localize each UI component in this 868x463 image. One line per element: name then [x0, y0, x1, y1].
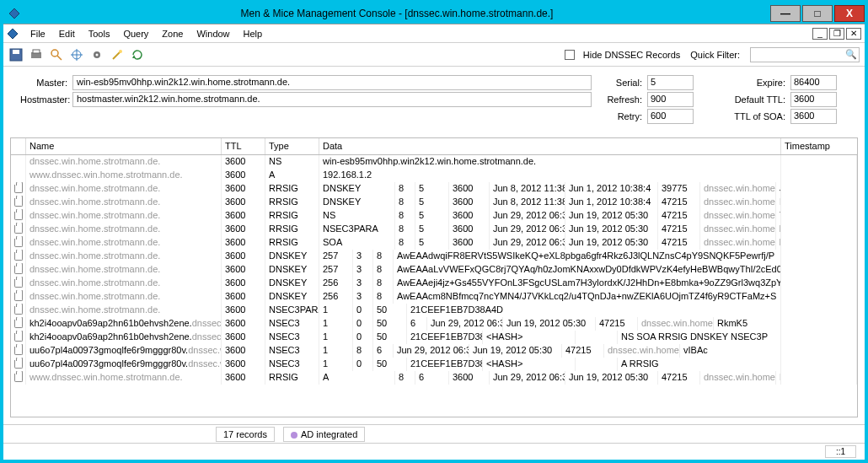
table-row[interactable]: www.dnssec.win.home.strotmann.de.3600A19… — [11, 169, 857, 182]
table-row[interactable]: dnssec.win.home.strotmann.de.3600DNSKEY2… — [11, 277, 857, 290]
expire-field[interactable]: 86400 — [790, 75, 837, 90]
status-dot-icon — [291, 432, 297, 439]
master-field[interactable]: win-esb95mv0hhp.win2k12.win.home.strotma… — [72, 75, 592, 90]
lock-cell — [11, 196, 26, 209]
col-timestamp-header[interactable]: Timestamp — [781, 138, 857, 154]
menu-window[interactable]: Window — [190, 27, 236, 40]
data-cell: 25738AwEAAaLvVWEFxQGC8rj7QYAq/h0zJomKNAx… — [319, 263, 781, 277]
lock-icon — [14, 293, 23, 301]
hide-dnssec-checkbox[interactable] — [565, 50, 575, 60]
gear-icon[interactable] — [89, 47, 104, 62]
ttl-soa-label: TTL of SOA: — [730, 111, 790, 121]
inner-status-bar: 17 records AD integrated — [3, 424, 865, 443]
table-row[interactable]: dnssec.win.home.strotmann.de.3600NSwin-e… — [11, 155, 857, 169]
menu-file[interactable]: File — [24, 27, 52, 40]
table-row[interactable]: kh2i4ooapv0a69ap2hn61b0ehvsh2ene.dnssec.… — [11, 317, 857, 331]
ttl-cell: 3600 — [222, 196, 265, 209]
table-row[interactable]: dnssec.win.home.strotmann.de.3600RRSIGSO… — [11, 236, 857, 250]
menu-zone[interactable]: Zone — [155, 27, 190, 40]
mdi-restore-button[interactable]: ❐ — [829, 28, 844, 40]
search-icon[interactable] — [49, 47, 64, 62]
ttl-cell: 3600 — [222, 263, 265, 277]
lock-cell — [11, 223, 26, 236]
mdi-minimize-button[interactable]: _ — [812, 28, 828, 40]
table-row[interactable]: dnssec.win.home.strotmann.de.3600RRSIGNS… — [11, 209, 857, 223]
data-cell: 25738AwEAAdwqiFR8ERVtS5WSIkeKQ+eXL8pbga6… — [319, 250, 781, 263]
type-cell: DNSKEY — [265, 263, 319, 277]
name-cell: dnssec.win.home.strotmann.de. — [26, 236, 222, 250]
wand-icon[interactable] — [110, 47, 125, 62]
table-row[interactable]: dnssec.win.home.strotmann.de.3600DNSKEY2… — [11, 290, 857, 304]
window-title: Men & Mice Management Console - [dnssec.… — [25, 8, 769, 19]
quick-filter-input[interactable]: 🔍 — [750, 47, 860, 62]
lock-cell — [11, 371, 26, 385]
refresh-icon[interactable] — [130, 47, 145, 62]
type-cell: NSEC3 — [265, 317, 319, 331]
name-cell: dnssec.win.home.strotmann.de. — [26, 290, 222, 304]
ttl-soa-field[interactable]: 3600 — [790, 109, 837, 124]
col-lock-header[interactable] — [11, 138, 26, 154]
ttl-cell: 3600 — [222, 182, 265, 196]
type-cell: DNSKEY — [265, 277, 319, 290]
table-row[interactable]: uu6o7pl4a00973gmoqlfe6r9mgggr80v.dnssec.… — [11, 358, 857, 371]
table-row[interactable]: www.dnssec.win.home.strotmann.de.3600RRS… — [11, 371, 857, 385]
svg-marker-0 — [9, 8, 19, 19]
menu-edit[interactable]: Edit — [52, 27, 82, 40]
timestamp-cell — [781, 331, 857, 344]
lock-icon — [14, 347, 23, 355]
data-cell: A863600Jun 29, 2012 06:30Jun 19, 2012 05… — [319, 371, 781, 385]
table-row[interactable]: dnssec.win.home.strotmann.de.3600DNSKEY2… — [11, 263, 857, 277]
target-icon[interactable] — [69, 47, 84, 62]
window-close-button[interactable]: X — [834, 5, 865, 22]
menu-tools[interactable]: Tools — [82, 27, 117, 40]
table-row[interactable]: dnssec.win.home.strotmann.de.3600RRSIGNS… — [11, 223, 857, 236]
table-row[interactable]: dnssec.win.home.strotmann.de.3600RRSIGDN… — [11, 196, 857, 209]
table-row[interactable]: dnssec.win.home.strotmann.de.3600DNSKEY2… — [11, 250, 857, 263]
expire-label: Expire: — [730, 78, 790, 88]
window-maximize-button[interactable]: □ — [802, 5, 833, 22]
titlebar[interactable]: Men & Mice Management Console - [dnssec.… — [3, 3, 865, 24]
mdi-system-icon[interactable] — [7, 28, 19, 40]
print-icon[interactable] — [29, 47, 44, 62]
name-cell: dnssec.win.home.strotmann.de. — [26, 277, 222, 290]
menu-help[interactable]: Help — [237, 27, 270, 40]
connection-status: ::1 — [825, 445, 856, 458]
col-ttl-header[interactable]: TTL — [222, 138, 265, 154]
ttl-cell: 3600 — [222, 236, 265, 250]
ttl-cell: 3600 — [222, 317, 265, 331]
timestamp-cell — [781, 236, 857, 250]
default-ttl-field[interactable]: 3600 — [790, 92, 837, 107]
table-row[interactable]: kh2i4ooapv0a69ap2hn61b0ehvsh2ene.dnssec.… — [11, 331, 857, 344]
toolbar: Hide DNSSEC Records Quick Filter: 🔍 — [3, 43, 865, 67]
name-cell: kh2i4ooapv0a69ap2hn61b0ehvsh2ene.dnssec.… — [26, 331, 222, 344]
refresh-field[interactable]: 900 — [647, 92, 694, 107]
col-name-header[interactable]: Name — [26, 138, 222, 154]
ttl-cell: 3600 — [222, 344, 265, 358]
timestamp-cell — [781, 250, 857, 263]
lock-cell — [11, 263, 26, 277]
col-data-header[interactable]: Data — [319, 138, 781, 154]
col-type-header[interactable]: Type — [265, 138, 319, 154]
timestamp-cell — [781, 277, 857, 290]
record-count: 17 records — [216, 427, 275, 442]
name-cell: www.dnssec.win.home.strotmann.de. — [26, 169, 222, 182]
table-row[interactable]: dnssec.win.home.strotmann.de.3600RRSIGDN… — [11, 182, 857, 196]
mdi-close-button[interactable]: ✕ — [846, 28, 861, 40]
quick-filter-label: Quick Filter: — [690, 50, 740, 60]
menu-query[interactable]: Query — [116, 27, 155, 40]
ttl-cell: 3600 — [222, 331, 265, 344]
hostmaster-field[interactable]: hostmaster.win2k12.win.home.strotmann.de… — [72, 92, 592, 107]
retry-field[interactable]: 600 — [647, 109, 694, 124]
table-row[interactable]: dnssec.win.home.strotmann.de.3600NSEC3PA… — [11, 304, 857, 317]
name-cell: uu6o7pl4a00973gmoqlfe6r9mgggr80v.dnssec.… — [26, 358, 222, 371]
type-cell: A — [265, 169, 319, 182]
type-cell: RRSIG — [265, 371, 319, 385]
ttl-cell: 3600 — [222, 169, 265, 182]
data-cell: DNSKEY853600Jun 8, 2012 11:38:4Jun 1, 20… — [319, 196, 781, 209]
serial-field[interactable]: 5 — [647, 75, 694, 90]
lock-cell — [11, 182, 26, 196]
table-row[interactable]: uu6o7pl4a00973gmoqlfe6r9mgggr80v.dnssec.… — [11, 344, 857, 358]
window-minimize-button[interactable]: — — [770, 5, 801, 22]
save-icon[interactable] — [8, 47, 24, 62]
name-cell: dnssec.win.home.strotmann.de. — [26, 263, 222, 277]
